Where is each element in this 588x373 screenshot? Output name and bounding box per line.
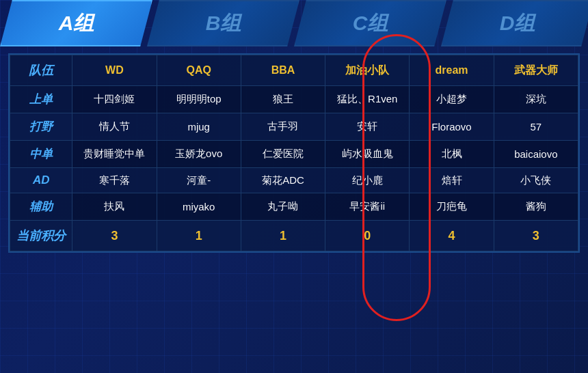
row-zhongdan: 中单 贵财睡觉中单 玉娇龙ovo 仁爱医院 屿水吸血鬼 北枫 baicaiovo (10, 141, 578, 168)
cell-r2-c5: baicaiovo (494, 141, 578, 168)
cell-r4-c0: 扶风 (72, 193, 157, 221)
cell-r2-c2: 仁爱医院 (241, 141, 325, 168)
team-table: 队伍 WD QAQ BBA 加油小队 dream 武器大师 上单 十四剑姬 明明… (10, 55, 578, 251)
cell-r1-c4: Floraovo (410, 113, 494, 141)
cell-r1-c2: 古手羽 (241, 113, 325, 141)
cell-r3-c4: 焙轩 (410, 168, 494, 193)
role-shangdan: 上单 (10, 86, 72, 113)
score-c0: 3 (72, 221, 157, 251)
score-c3: 0 (325, 221, 410, 251)
cell-r0-c3: 猛比、R1ven (325, 86, 410, 113)
cell-r3-c5: 小飞侠 (494, 168, 578, 193)
cell-r4-c3: 早安酱ii (325, 193, 410, 221)
header-team-wd: WD (72, 55, 157, 86)
cell-r2-c1: 玉娇龙ovo (157, 141, 241, 168)
role-zhongdan: 中单 (10, 141, 72, 168)
cell-r4-c1: miyako (157, 193, 241, 221)
header-role: 队伍 (10, 55, 72, 86)
tab-group-c[interactable]: C组 (294, 0, 446, 46)
data-table-container: 队伍 WD QAQ BBA 加油小队 dream 武器大师 上单 十四剑姬 明明… (8, 53, 580, 253)
score-c4: 4 (410, 221, 494, 251)
cell-r0-c5: 深坑 (494, 86, 578, 113)
cell-r2-c0: 贵财睡觉中单 (72, 141, 157, 168)
cell-r0-c2: 狼王 (241, 86, 325, 113)
tab-bar: A组 B组 C组 D组 (0, 0, 588, 46)
role-ad: AD (10, 168, 72, 193)
cell-r3-c1: 河童- (157, 168, 241, 193)
header-row: 队伍 WD QAQ BBA 加油小队 dream 武器大师 (10, 55, 578, 86)
score-row: 当前积分 3 1 1 0 4 3 (10, 221, 578, 251)
cell-r3-c0: 寒千落 (72, 168, 157, 193)
score-c5: 3 (494, 221, 578, 251)
tab-d-label: D组 (500, 10, 535, 38)
role-fuzhu: 辅助 (10, 193, 72, 221)
cell-r4-c4: 刀疤龟 (410, 193, 494, 221)
score-label: 当前积分 (10, 221, 72, 251)
cell-r3-c2: 菊花ADC (241, 168, 325, 193)
header-team-bba: BBA (241, 55, 325, 86)
score-c2: 1 (241, 221, 325, 251)
tab-group-b[interactable]: B组 (147, 0, 299, 46)
cell-r2-c4: 北枫 (410, 141, 494, 168)
row-ad: AD 寒千落 河童- 菊花ADC 纪小鹿 焙轩 小飞侠 (10, 168, 578, 193)
row-daye: 打野 情人节 mjug 古手羽 安轩 Floraovo 57 (10, 113, 578, 141)
tab-b-label: B组 (206, 10, 241, 38)
cell-r2-c3: 屿水吸血鬼 (325, 141, 410, 168)
score-c1: 1 (157, 221, 241, 251)
tab-group-d[interactable]: D组 (441, 0, 588, 46)
role-daye: 打野 (10, 113, 72, 141)
tab-c-label: C组 (353, 10, 388, 38)
header-team-qaq: QAQ (157, 55, 241, 86)
tab-a-label: A组 (59, 10, 94, 38)
row-fuzhu: 辅助 扶风 miyako 丸子呦 早安酱ii 刀疤龟 酱狗 (10, 193, 578, 221)
cell-r1-c0: 情人节 (72, 113, 157, 141)
main-container: A组 B组 C组 D组 队伍 WD QAQ BBA 加油小队 dream 武器大… (0, 0, 588, 373)
cell-r1-c1: mjug (157, 113, 241, 141)
cell-r0-c4: 小超梦 (410, 86, 494, 113)
cell-r0-c1: 明明明top (157, 86, 241, 113)
row-shangdan: 上单 十四剑姬 明明明top 狼王 猛比、R1ven 小超梦 深坑 (10, 86, 578, 113)
header-team-wuqi: 武器大师 (494, 55, 578, 86)
cell-r0-c0: 十四剑姬 (72, 86, 157, 113)
header-team-dream: dream (410, 55, 494, 86)
cell-r1-c3: 安轩 (325, 113, 410, 141)
cell-r4-c2: 丸子呦 (241, 193, 325, 221)
header-team-jiayou: 加油小队 (325, 55, 410, 86)
cell-r3-c3: 纪小鹿 (325, 168, 410, 193)
tab-group-a[interactable]: A组 (0, 0, 152, 46)
cell-r4-c5: 酱狗 (494, 193, 578, 221)
cell-r1-c5: 57 (494, 113, 578, 141)
